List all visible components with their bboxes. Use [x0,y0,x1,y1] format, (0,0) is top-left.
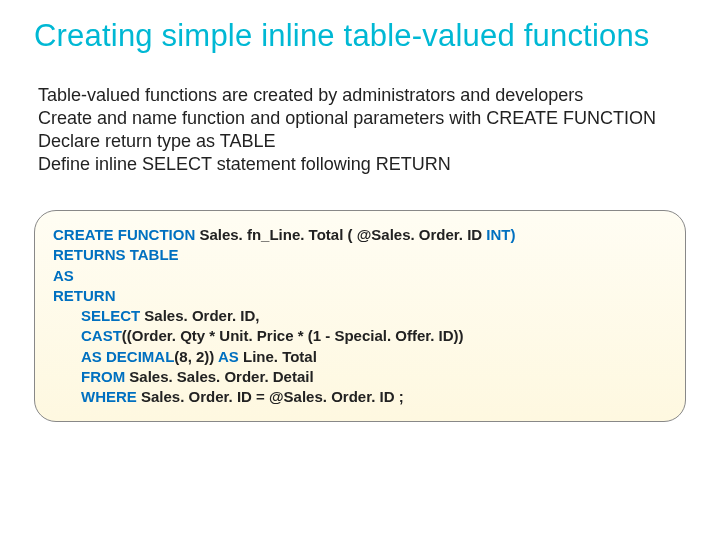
slide-title: Creating simple inline table-valued func… [34,18,686,54]
kw-as-decimal: AS DECIMAL [81,348,174,365]
code-line-5: SELECT Sales. Order. ID, [53,306,667,326]
body-line-1: Table-valued functions are created by ad… [38,85,583,105]
kw-returns-table: RETURNS TABLE [53,246,179,263]
slide: Creating simple inline table-valued func… [0,0,720,540]
code-line-4: RETURN [53,286,667,306]
code-text: ((Order. Qty * Unit. Price * (1 - Specia… [122,327,464,344]
code-line-3: AS [53,266,667,286]
code-line-8: FROM Sales. Sales. Order. Detail [53,367,667,387]
kw-int: INT) [486,226,515,243]
code-text: Sales. Sales. Order. Detail [129,368,313,385]
body-text: Table-valued functions are created by ad… [34,84,686,176]
kw-select: SELECT [81,307,144,324]
code-text: @Sales. Order. ID [357,226,487,243]
code-text: Sales. Order. ID, [144,307,259,324]
code-line-7: AS DECIMAL(8, 2)) AS Line. Total [53,347,667,367]
kw-create-function: CREATE FUNCTION [53,226,199,243]
kw-cast: CAST [81,327,122,344]
body-line-3: Declare return type as TABLE [38,131,275,151]
code-line-6: CAST((Order. Qty * Unit. Price * (1 - Sp… [53,326,667,346]
code-text: (8, 2)) [174,348,218,365]
code-line-1: CREATE FUNCTION Sales. fn_Line. Total ( … [53,225,667,245]
code-block: CREATE FUNCTION Sales. fn_Line. Total ( … [34,210,686,422]
code-text: Line. Total [243,348,317,365]
code-text: Sales. Order. ID = @Sales. Order. ID ; [141,388,404,405]
body-line-4: Define inline SELECT statement following… [38,154,451,174]
code-line-2: RETURNS TABLE [53,245,667,265]
kw-as: AS [53,267,74,284]
code-text: Sales. fn_Line. Total ( [199,226,356,243]
code-line-9: WHERE Sales. Order. ID = @Sales. Order. … [53,387,667,407]
kw-as-2: AS [218,348,243,365]
kw-where: WHERE [81,388,141,405]
kw-return: RETURN [53,287,116,304]
body-line-2: Create and name function and optional pa… [38,108,656,128]
kw-from: FROM [81,368,129,385]
